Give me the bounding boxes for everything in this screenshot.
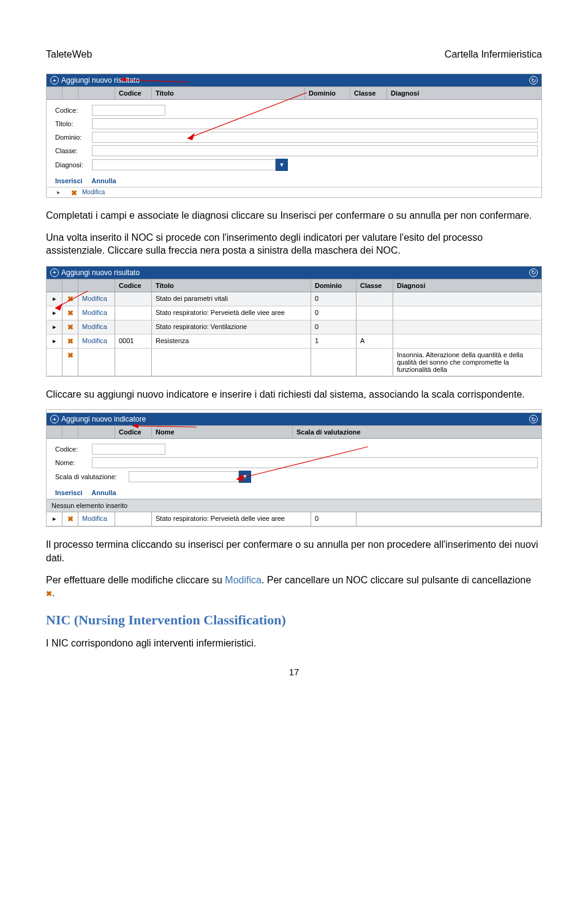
refresh-icon[interactable]: ↻ — [529, 268, 538, 277]
chevron-down-icon[interactable]: ▼ — [276, 159, 288, 171]
table-row: ▸✖ Modifica Stato respiratorio: Perveiet… — [47, 512, 541, 526]
label-scala: Scala di valutazione: — [55, 473, 129, 480]
insert-button[interactable]: Inserisci — [55, 489, 83, 496]
modify-link[interactable]: Modifica — [78, 292, 115, 306]
paragraph-1: Completati i campi e associate le diagno… — [46, 209, 542, 222]
label-codice: Codice: — [55, 107, 92, 114]
cancel-button[interactable]: Annulla — [91, 489, 116, 496]
insert-button[interactable]: Inserisci — [55, 177, 83, 184]
modify-link[interactable]: Modifica — [78, 512, 115, 526]
refresh-icon[interactable]: ↻ — [529, 415, 538, 423]
table-row: ▸✖ModificaStato respiratorio: Ventilazio… — [47, 320, 541, 335]
diagnosi-text: Insonnia. Alterazione della quantità e d… — [393, 349, 541, 376]
cancel-button[interactable]: Annulla — [91, 177, 116, 184]
col-diagnosi: Diagnosi — [387, 87, 541, 99]
screenshot-noc-list: + Aggiungi nuovo risultato ↻ Codice Tito… — [46, 266, 542, 377]
expand-icon[interactable]: ▸ — [47, 292, 62, 306]
col-titolo: Titolo — [152, 87, 305, 99]
col-scala: Scala di valutazione — [293, 426, 541, 438]
table-row: ▸✖Modifica0001Resistenza1A — [47, 335, 541, 349]
input-diagnosi[interactable] — [92, 159, 276, 170]
delete-icon[interactable]: ✖ — [62, 335, 78, 348]
col-diagnosi: Diagnosi — [393, 279, 541, 292]
input-codice[interactable] — [92, 105, 165, 116]
plus-icon[interactable]: + — [50, 268, 59, 277]
paragraph-5: Per effettuare delle modifiche cliccare … — [46, 574, 542, 600]
input-nome[interactable] — [92, 457, 538, 468]
label-codice: Codice: — [55, 445, 92, 453]
header-left: TaleteWeb — [46, 49, 92, 60]
plus-icon[interactable]: + — [50, 76, 59, 85]
input-titolo[interactable] — [92, 118, 538, 129]
expand-icon[interactable]: ▸ — [47, 335, 62, 348]
delete-icon[interactable]: ✖ — [62, 292, 78, 306]
screenshot-add-result: + Aggiungi nuovo risultato ↻ Codice Tito… — [46, 74, 542, 198]
label-diagnosi: Diagnosi: — [55, 161, 92, 169]
input-classe[interactable] — [92, 145, 538, 156]
expand-icon[interactable]: ▸ — [47, 320, 62, 334]
label-dominio: Dominio: — [55, 134, 92, 141]
add-result-button[interactable]: Aggiungi nuovo risultato — [61, 268, 140, 277]
modify-text: Modifica — [225, 575, 262, 585]
delete-icon[interactable]: ✖ — [62, 306, 78, 320]
plus-icon[interactable]: + — [50, 415, 59, 423]
modify-link[interactable]: Modifica — [78, 306, 115, 320]
table-row: ▸✖ModificaStato respiratorio: Perveietà … — [47, 306, 541, 320]
expand-icon[interactable]: ▸ — [47, 306, 62, 320]
input-dominio[interactable] — [92, 132, 538, 143]
paragraph-3: Cliccare su aggiungi nuovo indicatore e … — [46, 388, 542, 401]
label-nome: Nome: — [55, 459, 92, 466]
col-nome: Nome — [152, 426, 293, 438]
col-classe: Classe — [350, 87, 387, 99]
screenshot-add-indicator: + Aggiungi nuovo indicatore ↻ Codice Nom… — [46, 409, 542, 527]
col-dominio: Dominio — [305, 87, 350, 99]
col-codice: Codice — [115, 87, 152, 99]
paragraph-6: I NIC corrispondono agli interventi infe… — [46, 637, 542, 650]
empty-message: Nessun elemento inserito — [47, 499, 541, 512]
add-indicator-button[interactable]: Aggiungi nuovo indicatore — [61, 415, 146, 423]
modify-link[interactable]: Modifica — [78, 335, 115, 348]
col-codice: Codice — [115, 279, 152, 292]
label-titolo: Titolo: — [55, 120, 92, 127]
col-dominio: Dominio — [311, 279, 356, 292]
modify-link[interactable]: Modifica — [78, 320, 115, 334]
table-row: ✖ Insonnia. Alterazione della quantità e… — [47, 349, 541, 376]
refresh-icon[interactable]: ↻ — [529, 76, 538, 85]
section-heading-nic: NIC (Nursing Intervention Classification… — [46, 612, 542, 628]
dominio-cell: 0 — [311, 512, 356, 526]
col-codice: Codice — [115, 426, 152, 438]
delete-icon: ✖ — [46, 589, 52, 598]
paragraph-2: Una volta inserito il NOC si procede con… — [46, 231, 542, 257]
input-codice[interactable] — [92, 444, 165, 455]
titolo-cell: Stato respiratorio: Perveietà delle viee… — [152, 512, 311, 526]
chevron-down-icon[interactable]: ▼ — [239, 471, 251, 483]
label-classe: Classe: — [55, 147, 92, 154]
paragraph-4: Il processo termina cliccando su inseris… — [46, 538, 542, 564]
select-scala[interactable] — [129, 471, 239, 482]
page-number: 17 — [46, 667, 542, 677]
modify-link[interactable]: Modifica — [82, 189, 119, 197]
header-right: Cartella Infermieristica — [445, 49, 542, 60]
col-titolo: Titolo — [152, 279, 311, 292]
table-row: ▸✖ModificaStato dei parametri vitali0 — [47, 292, 541, 306]
col-classe: Classe — [356, 279, 393, 292]
delete-icon[interactable]: ✖ — [62, 320, 78, 334]
add-result-button[interactable]: Aggiungi nuovo risultato — [61, 76, 140, 85]
